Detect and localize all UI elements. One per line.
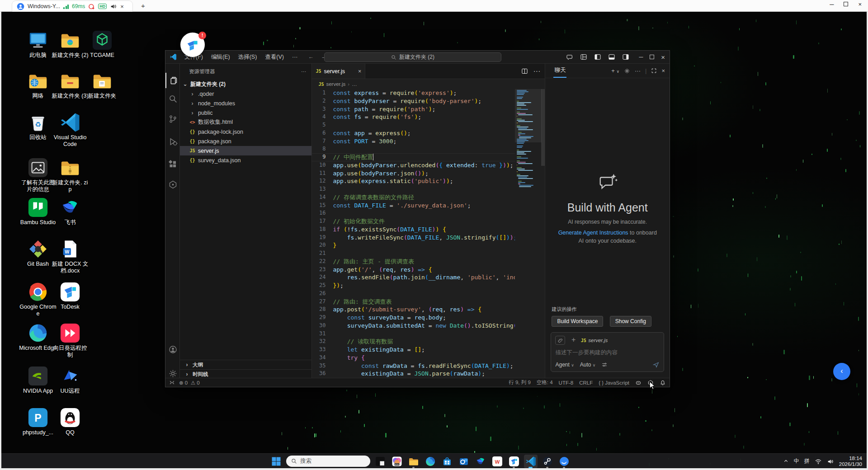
- ime-mode-indicator[interactable]: 拼: [804, 457, 810, 465]
- split-editor-icon[interactable]: [521, 68, 528, 75]
- language-status[interactable]: { } JavaScript: [599, 380, 629, 385]
- ime-language-indicator[interactable]: 中: [794, 457, 799, 465]
- nav-back-icon[interactable]: ←: [308, 54, 314, 60]
- indentation-status[interactable]: 空格: 4: [537, 379, 553, 386]
- vscode-minimize-icon[interactable]: ─: [639, 54, 643, 60]
- workspace-folder-section[interactable]: ⌄ 新建文件夹 (2): [180, 79, 311, 89]
- tab-close-icon[interactable]: ×: [358, 68, 361, 75]
- taskbar-edge-icon[interactable]: [424, 455, 437, 468]
- file-package.json[interactable]: {}package.json: [180, 136, 311, 146]
- record-icon[interactable]: [88, 3, 95, 10]
- new-tab-icon[interactable]: +: [141, 2, 145, 9]
- desktop-icon-vscode[interactable]: Visual Studio Code: [51, 112, 89, 148]
- tray-overflow-chevron-icon[interactable]: [783, 458, 789, 464]
- send-icon[interactable]: [652, 361, 660, 368]
- toggle-secondary-sidebar-icon[interactable]: [622, 53, 629, 61]
- taskbar-widgets-icon[interactable]: [373, 455, 387, 468]
- toggle-panel-icon[interactable]: [608, 53, 615, 61]
- eol-status[interactable]: CRLF: [579, 380, 593, 385]
- chat-placeholder[interactable]: 描述下一步要构建的内容: [555, 349, 660, 357]
- speaker-icon[interactable]: [110, 3, 117, 10]
- encoding-status[interactable]: UTF-8: [559, 380, 574, 385]
- expand-chat-icon[interactable]: [651, 68, 657, 74]
- copilot-status-icon[interactable]: [635, 380, 642, 386]
- minimap[interactable]: [515, 89, 542, 379]
- desktop-icon-zip[interactable]: 新建文件夹. zip: [51, 157, 89, 193]
- chat-more-icon[interactable]: ···: [635, 67, 641, 74]
- menu-more[interactable]: ···: [288, 54, 302, 60]
- generate-instructions-link[interactable]: Generate Agent Instructions: [558, 230, 628, 236]
- desktop-icon-todesk[interactable]: ToDesk: [51, 282, 89, 310]
- menu-edit[interactable]: 编辑(E): [207, 54, 234, 60]
- file-node_modules[interactable]: ›node_modules: [180, 99, 311, 108]
- taskbar-m365-copilot-icon[interactable]: M365: [390, 455, 404, 468]
- remote-indicator-icon[interactable]: [169, 380, 175, 385]
- attach-context-button[interactable]: [555, 336, 565, 345]
- close-icon[interactable]: ×: [858, 1, 862, 8]
- desktop-icon-folderdoc[interactable]: 新建文件夹: [83, 70, 121, 99]
- tab-server-js[interactable]: JS server.js ×: [312, 64, 365, 79]
- clock[interactable]: 18:14 2026/1/30: [839, 456, 862, 467]
- activity-ai-assistant-icon[interactable]: [165, 177, 180, 192]
- file-.qoder[interactable]: ›.qoder: [180, 89, 311, 99]
- file-public[interactable]: ›public: [180, 108, 311, 118]
- hd-quality-badge[interactable]: HD: [98, 4, 107, 9]
- activity-account-icon[interactable]: [165, 342, 180, 357]
- show-config-button[interactable]: Show Config: [610, 316, 651, 327]
- add-context-icon[interactable]: +: [571, 336, 576, 343]
- tab-chat[interactable]: 聊天: [553, 64, 566, 78]
- editor-more-icon[interactable]: ···: [533, 67, 541, 75]
- chat-input-box[interactable]: + JS server.js 描述下一步要构建的内容 Agent ∨ Auto …: [551, 332, 664, 372]
- vscode-close-icon[interactable]: ×: [661, 53, 665, 61]
- file-server.js[interactable]: JSserver.js: [180, 146, 311, 155]
- activity-extensions-icon[interactable]: [165, 156, 180, 172]
- todesk-floating-ball[interactable]: !: [180, 33, 205, 57]
- close-session-icon[interactable]: ×: [120, 3, 124, 10]
- tools-icon[interactable]: [601, 362, 608, 368]
- start-button[interactable]: [269, 455, 283, 468]
- desktop-icon-sunlogin[interactable]: 向日葵远程控制: [51, 323, 89, 358]
- timeline-section[interactable]: › 时间线: [180, 369, 311, 379]
- taskbar-file-explorer-icon[interactable]: [407, 455, 420, 468]
- outline-section[interactable]: › 大纲: [180, 360, 311, 369]
- volume-icon[interactable]: [827, 458, 834, 465]
- editor-group[interactable]: JS server.js × ··· JS server.js › … 1con…: [312, 64, 545, 379]
- taskbar-vscode-icon[interactable]: [524, 455, 538, 468]
- file-数据收集.html[interactable]: <>数据收集.html: [180, 118, 311, 127]
- wifi-icon[interactable]: [815, 458, 822, 465]
- problems-status[interactable]: ⊗ 0 ⚠ 0: [179, 380, 200, 386]
- chat-settings-gear-icon[interactable]: [624, 68, 630, 74]
- maximize-icon[interactable]: [844, 2, 848, 6]
- desktop-icon-tcgame[interactable]: TCGAME: [83, 30, 121, 59]
- breadcrumb[interactable]: JS server.js › …: [312, 79, 545, 89]
- model-selector[interactable]: Auto ∨: [580, 362, 596, 368]
- new-chat-icon[interactable]: + ∨: [611, 67, 619, 74]
- command-center-search[interactable]: 新建文件夹 (2): [324, 52, 501, 62]
- activity-source-control-icon[interactable]: [165, 111, 180, 127]
- cursor-position-status[interactable]: 行 9, 列 9: [509, 379, 531, 386]
- customize-layout-icon[interactable]: [580, 53, 587, 61]
- taskbar-todesk-icon[interactable]: [507, 455, 521, 468]
- code-editor[interactable]: 1const express = require('express');2con…: [312, 89, 515, 379]
- desktop-icon-uu[interactable]: UU远程: [51, 366, 89, 395]
- activity-run-debug-icon[interactable]: [165, 134, 180, 149]
- desktop-icon-qq[interactable]: QQ: [51, 407, 89, 436]
- remote-session-tab[interactable]: Windows-Y... 69ms HD ×: [12, 0, 133, 12]
- taskbar-steam-icon[interactable]: [541, 455, 554, 468]
- taskbar-feishu-icon[interactable]: [474, 455, 487, 468]
- taskbar-outlook-icon[interactable]: [457, 455, 471, 468]
- context-file-chip[interactable]: server.js: [588, 338, 608, 343]
- todesk-sidebar-handle[interactable]: ‹: [833, 363, 850, 380]
- taskbar-wps-icon[interactable]: W: [491, 455, 504, 468]
- editor-scrollbar[interactable]: [541, 89, 545, 166]
- copilot-chat-icon[interactable]: [566, 53, 573, 61]
- menu-selection[interactable]: 选择(S): [234, 54, 261, 60]
- file-survey_data.json[interactable]: {}survey_data.json: [180, 155, 311, 165]
- activity-explorer-icon[interactable]: [165, 73, 180, 88]
- close-chat-icon[interactable]: ×: [661, 67, 665, 74]
- desktop-icon-docx[interactable]: W新建 DOCX 文档.docx: [51, 239, 89, 274]
- desktop-icon-feishu[interactable]: 飞书: [51, 197, 89, 226]
- taskbar-blue-round-app-icon[interactable]: [557, 455, 571, 468]
- minimize-icon[interactable]: ─: [830, 1, 834, 8]
- mode-selector[interactable]: Agent ∨: [555, 362, 574, 368]
